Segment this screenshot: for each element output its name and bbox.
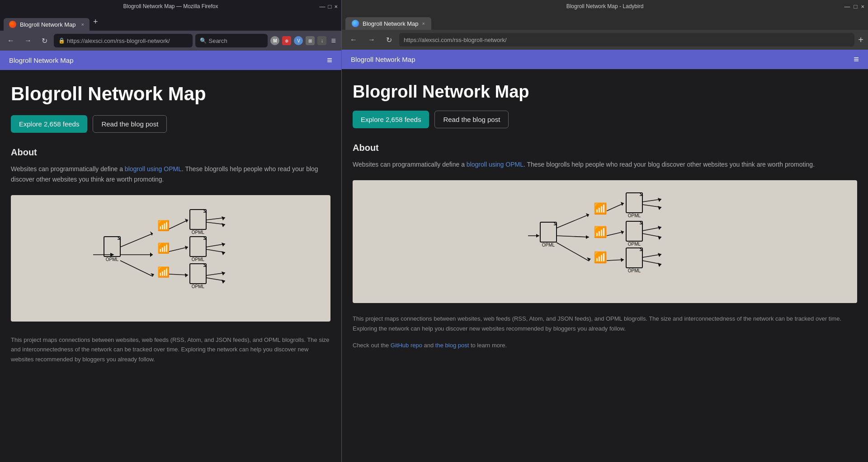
firefox-title: Blogroll Network Map — Mozilla Firefox bbox=[123, 3, 218, 9]
firefox-active-tab[interactable]: Blogroll Network Map × bbox=[4, 18, 90, 31]
ff-about-text: Websites can programmatically define a b… bbox=[11, 164, 330, 184]
lb-github-link[interactable]: GitHub repo bbox=[391, 342, 422, 349]
lb-page-body: Blogroll Network Map Explore 2,658 feeds… bbox=[342, 69, 868, 364]
lb-about-title: About bbox=[353, 143, 857, 153]
lb-site-header-menu-icon[interactable]: ≡ bbox=[854, 54, 859, 65]
svg-line-10 bbox=[120, 261, 153, 276]
svg-text:📶: 📶 bbox=[157, 219, 170, 232]
svg-marker-7 bbox=[150, 231, 153, 236]
ff-diagram: OPML 📶 📶 📶 bbox=[11, 195, 330, 322]
svg-line-57 bbox=[607, 232, 624, 236]
ff-minimize-btn[interactable]: — bbox=[320, 3, 326, 10]
svg-marker-44 bbox=[586, 213, 589, 217]
svg-text:📶: 📶 bbox=[594, 202, 607, 215]
firefox-back-btn[interactable]: ← bbox=[4, 35, 18, 47]
firefox-favicon bbox=[9, 21, 16, 28]
ladybird-reload-btn[interactable]: ↻ bbox=[382, 34, 396, 46]
ff-icon-1[interactable]: M bbox=[270, 36, 279, 45]
lb-check-text-end: to learn more. bbox=[469, 342, 507, 349]
svg-text:📶: 📶 bbox=[594, 251, 607, 264]
firefox-search-bar[interactable]: 🔍 Search bbox=[195, 34, 268, 47]
ff-about-link[interactable]: blogroll using OPML bbox=[125, 165, 182, 173]
svg-marker-72 bbox=[658, 263, 661, 267]
lb-about-text-end: . These blogrolls help people who read y… bbox=[524, 161, 815, 168]
lb-btn-group: Explore 2,658 feeds Read the blog post bbox=[353, 111, 857, 128]
firefox-page-content: Blogroll Network Map ≡ Blogroll Network … bbox=[0, 51, 341, 462]
ladybird-forward-btn[interactable]: → bbox=[364, 34, 379, 46]
svg-marker-46 bbox=[586, 235, 589, 239]
ff-icon-5[interactable]: ↓ bbox=[317, 36, 326, 45]
ladybird-favicon bbox=[352, 20, 359, 27]
firefox-menu-btn[interactable]: ≡ bbox=[329, 35, 338, 47]
lb-diagram-svg: OPML 📶 📶 bbox=[524, 187, 686, 296]
lb-page-title: Blogroll Network Map bbox=[353, 83, 857, 102]
ff-site-header-title: Blogroll Network Map bbox=[9, 56, 74, 64]
ff-btn-group: Explore 2,658 feeds Read the blog post bbox=[11, 115, 330, 133]
lb-site-header: Blogroll Network Map ≡ bbox=[342, 50, 868, 69]
ladybird-url-text: https://alexsci.com/rss-blogroll-network… bbox=[404, 37, 507, 43]
svg-marker-68 bbox=[658, 236, 661, 240]
ladybird-window-controls: — □ × bbox=[844, 3, 864, 10]
lb-explore-btn[interactable]: Explore 2,658 feeds bbox=[353, 111, 429, 128]
svg-marker-19 bbox=[185, 219, 188, 223]
firefox-tab-bar: Blogroll Network Map × + bbox=[0, 13, 341, 31]
ff-icon-3[interactable]: V bbox=[294, 36, 303, 45]
svg-text:OPML: OPML bbox=[628, 242, 641, 247]
ff-maximize-btn[interactable]: □ bbox=[328, 3, 332, 10]
ff-bottom-text: This project maps connections between we… bbox=[11, 335, 330, 364]
svg-text:OPML: OPML bbox=[191, 284, 204, 289]
ladybird-tab-label: Blogroll Network Map bbox=[363, 20, 419, 27]
ff-explore-btn[interactable]: Explore 2,658 feeds bbox=[11, 115, 87, 133]
ff-site-header-menu-icon[interactable]: ≡ bbox=[327, 55, 332, 65]
svg-marker-60 bbox=[621, 258, 624, 262]
lb-minimize-btn[interactable]: — bbox=[844, 3, 850, 10]
ladybird-back-btn[interactable]: ← bbox=[346, 34, 361, 46]
ff-diagram-svg: OPML 📶 📶 📶 bbox=[85, 204, 257, 313]
lb-close-btn[interactable]: × bbox=[861, 3, 864, 10]
lb-check-text-start: Check out the bbox=[353, 342, 391, 349]
lb-diagram: OPML 📶 📶 bbox=[353, 180, 857, 303]
firefox-tab-close[interactable]: × bbox=[81, 22, 84, 27]
lb-about-link[interactable]: blogroll using OPML bbox=[467, 161, 524, 168]
firefox-toolbar: ← → ↻ 🔒 https://alexsci.com/rss-blogroll… bbox=[0, 31, 341, 51]
ff-icon-4[interactable]: ⊞ bbox=[306, 36, 315, 45]
firefox-new-tab-btn[interactable]: + bbox=[90, 17, 102, 27]
lb-bottom-text: This project maps connections between we… bbox=[353, 314, 857, 333]
lb-check-text-mid: and bbox=[422, 342, 435, 349]
ff-page-title: Blogroll Network Map bbox=[11, 84, 330, 104]
ladybird-tab-bar: Blogroll Network Map × bbox=[342, 13, 868, 30]
ladybird-tab-close[interactable]: × bbox=[422, 21, 425, 26]
svg-marker-23 bbox=[185, 273, 188, 277]
svg-line-20 bbox=[169, 247, 188, 252]
ladybird-active-tab[interactable]: Blogroll Network Map × bbox=[345, 17, 431, 30]
svg-marker-35 bbox=[222, 280, 225, 284]
lb-check-text: Check out the GitHub repo and the blog p… bbox=[353, 341, 857, 350]
lb-about-text-start: Websites can programmatically define a bbox=[353, 161, 467, 168]
svg-text:OPML: OPML bbox=[542, 243, 555, 247]
svg-marker-31 bbox=[222, 251, 225, 255]
ladybird-new-tab-btn[interactable]: + bbox=[858, 35, 863, 45]
firefox-window-controls: — □ × bbox=[320, 3, 338, 10]
firefox-reload-btn[interactable]: ↻ bbox=[38, 35, 51, 47]
svg-text:📶: 📶 bbox=[157, 242, 170, 254]
firefox-url-bar[interactable]: 🔒 https://alexsci.com/rss-blogroll-netwo… bbox=[54, 34, 193, 47]
firefox-search-placeholder: Search bbox=[208, 37, 227, 44]
ff-close-btn[interactable]: × bbox=[334, 3, 338, 10]
svg-text:📶: 📶 bbox=[594, 225, 607, 238]
svg-marker-56 bbox=[621, 202, 624, 206]
ff-site-header: Blogroll Network Map ≡ bbox=[0, 51, 341, 70]
ladybird-title: Blogroll Network Map - Ladybird bbox=[566, 3, 644, 9]
ladybird-url-bar[interactable]: https://alexsci.com/rss-blogroll-network… bbox=[399, 33, 854, 47]
firefox-browser: Blogroll Network Map — Mozilla Firefox —… bbox=[0, 0, 342, 462]
lb-blog-link[interactable]: the blog post bbox=[435, 342, 469, 349]
ff-icon-2[interactable]: ⊕ bbox=[282, 36, 291, 45]
svg-marker-9 bbox=[150, 252, 153, 257]
ff-read-blog-btn[interactable]: Read the blog post bbox=[93, 115, 167, 133]
svg-line-43 bbox=[557, 215, 589, 228]
lb-maximize-btn[interactable]: □ bbox=[854, 3, 858, 10]
firefox-forward-btn[interactable]: → bbox=[21, 35, 35, 47]
lb-read-blog-btn[interactable]: Read the blog post bbox=[434, 111, 509, 128]
ff-about-title: About bbox=[11, 147, 330, 158]
svg-marker-27 bbox=[222, 223, 225, 227]
svg-line-45 bbox=[557, 236, 589, 237]
